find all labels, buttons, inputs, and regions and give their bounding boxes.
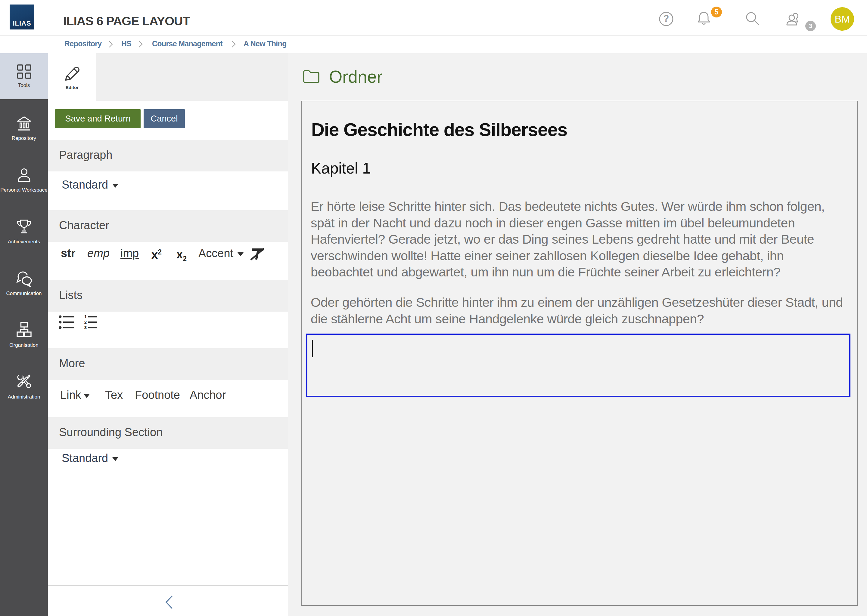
svg-text:2: 2 <box>84 319 87 325</box>
svg-text:3: 3 <box>84 325 87 330</box>
svg-text:?: ? <box>664 13 669 24</box>
svg-text:1: 1 <box>84 314 87 319</box>
